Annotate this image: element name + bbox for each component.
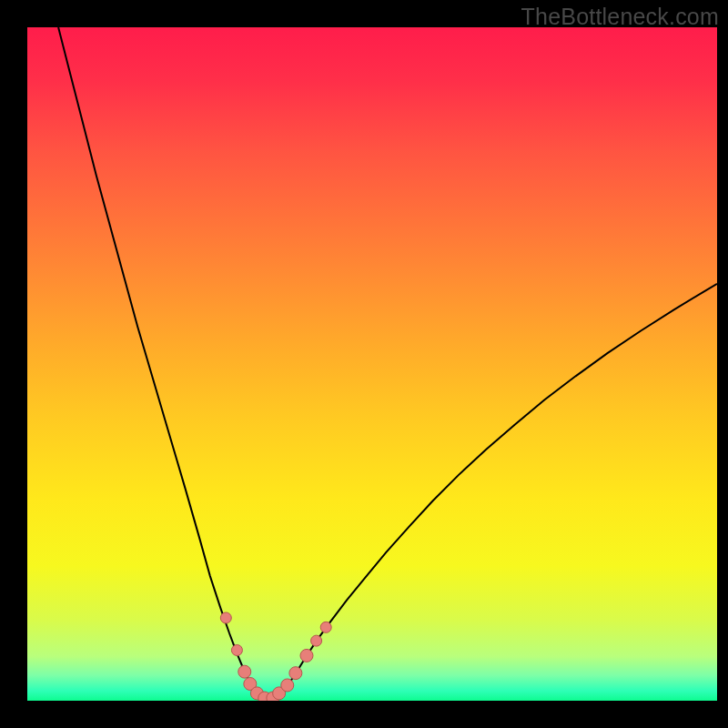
plot-background bbox=[27, 27, 717, 701]
watermark-text: TheBottleneck.com bbox=[521, 4, 719, 30]
valley-marker bbox=[300, 649, 313, 662]
valley-marker bbox=[231, 645, 242, 656]
valley-marker bbox=[320, 622, 331, 632]
valley-marker bbox=[289, 667, 302, 680]
valley-marker bbox=[281, 679, 294, 692]
valley-marker bbox=[220, 612, 231, 623]
valley-marker bbox=[238, 665, 251, 678]
bottleneck-chart bbox=[0, 0, 728, 728]
chart-frame: TheBottleneck.com bbox=[0, 0, 728, 728]
valley-marker bbox=[311, 635, 322, 646]
